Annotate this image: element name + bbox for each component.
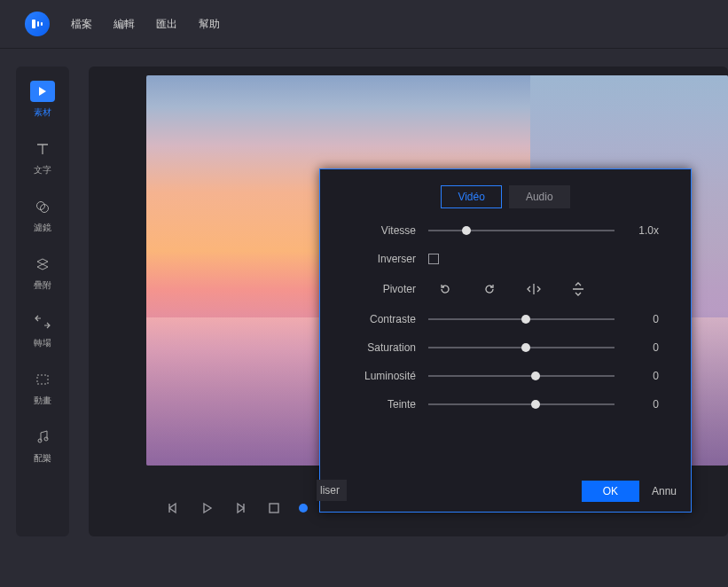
media-icon [30, 81, 55, 102]
flip-horizontal-icon[interactable] [526, 281, 542, 297]
record-indicator-icon[interactable] [299, 504, 308, 513]
saturation-slider[interactable] [428, 341, 614, 354]
sidebar-item-label: 濾鏡 [34, 222, 51, 234]
row-saturation: Saturation 0 [352, 341, 659, 354]
sidebar-item-overlay[interactable]: 疊附 [32, 254, 53, 292]
tab-audio[interactable]: Audio [509, 185, 570, 208]
contrast-label: Contraste [352, 313, 416, 325]
svg-rect-2 [41, 22, 43, 26]
cancel-button-fragment[interactable]: Annu [652, 485, 677, 497]
music-icon [32, 427, 53, 448]
row-reverse: Inverser [352, 253, 659, 265]
rotate-cw-icon[interactable] [481, 281, 497, 297]
tint-value: 0 [627, 398, 659, 411]
speed-slider[interactable] [428, 224, 614, 237]
svg-rect-8 [270, 504, 278, 513]
tint-slider[interactable] [428, 398, 614, 411]
transition-icon [32, 311, 53, 333]
row-rotate: Pivoter [352, 281, 659, 297]
saturation-label: Saturation [352, 341, 416, 354]
sidebar-item-music[interactable]: 配樂 [32, 427, 53, 465]
menu-file[interactable]: 檔案 [71, 17, 92, 32]
animation-icon [32, 369, 53, 390]
row-contrast: Contraste 0 [352, 313, 659, 325]
filter-icon [32, 196, 53, 217]
menu-export[interactable]: 匯出 [156, 17, 177, 32]
text-icon [32, 138, 53, 160]
reverse-checkbox[interactable] [428, 254, 439, 264]
brightness-label: Luminosité [352, 370, 416, 382]
flip-vertical-icon[interactable] [570, 281, 586, 297]
row-brightness: Luminosité 0 [352, 370, 659, 382]
modal-tabs: Vidéo Audio [320, 169, 691, 208]
sidebar-item-text[interactable]: 文字 [32, 138, 53, 176]
menu-edit[interactable]: 編輯 [114, 17, 135, 32]
stop-button[interactable] [265, 499, 283, 517]
prev-frame-button[interactable] [164, 499, 182, 517]
next-frame-button[interactable] [231, 499, 249, 517]
play-button[interactable] [198, 499, 215, 517]
modal-controls: Vitesse 1.0x Inverser Pivoter [320, 224, 691, 467]
svg-rect-5 [37, 375, 48, 384]
saturation-value: 0 [627, 341, 659, 354]
overlay-icon [32, 254, 53, 275]
sidebar-item-label: 素材 [34, 106, 51, 119]
ok-button[interactable]: OK [582, 481, 639, 502]
sidebar-item-filter[interactable]: 濾鏡 [32, 196, 53, 234]
row-tint: Teinte 0 [352, 398, 659, 411]
video-properties-modal: Vidéo Audio Vitesse 1.0x Inverser Pivote… [319, 168, 692, 513]
sidebar: 素材 文字 濾鏡 疊附 轉場 動畫 配樂 [16, 67, 69, 536]
rotate-label: Pivoter [352, 283, 416, 295]
svg-rect-1 [37, 21, 39, 27]
sidebar-item-media[interactable]: 素材 [30, 81, 55, 119]
reverse-label: Inverser [352, 253, 416, 265]
svg-rect-0 [32, 20, 35, 28]
sidebar-item-label: 配樂 [34, 452, 51, 465]
speed-value: 1.0x [627, 224, 659, 237]
modal-footer: OK Annu [320, 471, 691, 512]
menu-help[interactable]: 幫助 [199, 17, 220, 32]
contrast-value: 0 [627, 313, 659, 325]
contrast-slider[interactable] [428, 313, 614, 325]
playback-controls [164, 499, 308, 517]
sidebar-item-label: 動畫 [34, 395, 51, 407]
rotate-ccw-icon[interactable] [437, 281, 453, 297]
sidebar-item-label: 文字 [34, 164, 51, 176]
brightness-value: 0 [627, 370, 659, 382]
row-speed: Vitesse 1.0x [352, 224, 659, 237]
menubar: 檔案 編輯 匯出 幫助 [0, 0, 728, 49]
brightness-slider[interactable] [428, 370, 614, 382]
sidebar-item-transition[interactable]: 轉場 [32, 311, 53, 349]
sidebar-item-animation[interactable]: 動畫 [32, 369, 53, 407]
app-logo [25, 12, 50, 36]
sidebar-item-label: 轉場 [34, 337, 51, 349]
sidebar-item-label: 疊附 [34, 279, 51, 292]
tab-video[interactable]: Vidéo [441, 185, 501, 208]
speed-label: Vitesse [352, 224, 416, 237]
tint-label: Teinte [352, 398, 416, 411]
